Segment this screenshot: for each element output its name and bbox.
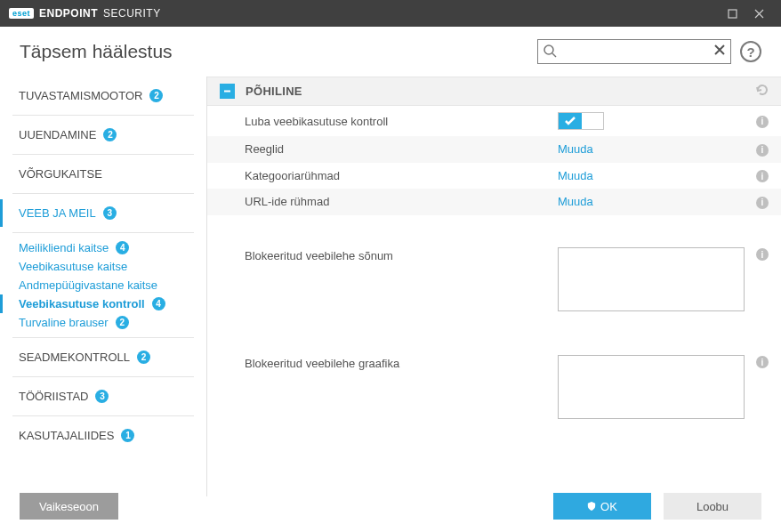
search-icon <box>543 44 557 60</box>
sidebar-label: Meilikliendi kaitse <box>19 241 109 254</box>
x-icon <box>713 44 726 56</box>
svg-rect-0 <box>729 10 737 18</box>
row-label: Kategooriarühmad <box>245 169 558 182</box>
sidebar-label: Veebikasutuse kontroll <box>19 297 145 310</box>
sidebar-item-detection-engine[interactable]: TUVASTAMISMOOTOR2 <box>0 82 206 109</box>
sidebar: TUVASTAMISMOOTOR2 UUENDAMINE2 VÕRGUKAITS… <box>0 77 206 496</box>
collapse-button[interactable] <box>220 84 235 99</box>
brand-name-strong: ENDPOINT <box>39 7 98 20</box>
row-category-groups: Kategooriarühmad Muuda i <box>207 163 781 189</box>
sidebar-label: Andmepüügivastane kaitse <box>19 278 157 292</box>
sidebar-label: VEEB JA MEIL <box>19 206 96 220</box>
sidebar-divider <box>12 337 194 338</box>
brand-badge: eset <box>9 8 34 19</box>
sidebar-label: Turvaline brauser <box>19 316 109 329</box>
ok-label: OK <box>600 500 617 513</box>
sidebar-label: SEADMEKONTROLL <box>19 351 130 364</box>
info-button[interactable]: i <box>756 248 769 261</box>
row-rules: Reeglid Muuda i <box>207 136 781 163</box>
sidebar-divider <box>12 115 194 116</box>
search-wrap <box>537 39 731 64</box>
sidebar-badge: 1 <box>121 429 134 442</box>
edit-rules-link[interactable]: Muuda <box>558 142 593 156</box>
section-title: PÕHILINE <box>246 85 302 98</box>
titlebar: eset ENDPOINT SECURITY <box>0 0 781 27</box>
sidebar-item-devicecontrol[interactable]: SEADMEKONTROLL2 <box>0 343 206 371</box>
brand-name-light: SECURITY <box>103 7 161 20</box>
svg-point-1 <box>544 45 553 54</box>
sidebar-item-network[interactable]: VÕRGUKAITSE <box>0 160 206 188</box>
row-label: Blokeeritud veebilehe sõnum <box>245 247 558 262</box>
sidebar-badge: 4 <box>152 297 165 310</box>
shield-icon <box>587 502 596 511</box>
section-gap <box>207 323 781 346</box>
row-enable-webcontrol: Luba veebikasutuse kontroll i <box>207 106 781 136</box>
info-button[interactable]: i <box>756 356 769 368</box>
brand: eset ENDPOINT SECURITY <box>9 7 161 20</box>
row-label: Blokeeritud veebilehe graafika <box>245 355 558 370</box>
sidebar-subitem-securebrowser[interactable]: Turvaline brauser2 <box>0 313 206 332</box>
sidebar-badge: 4 <box>116 241 129 254</box>
sidebar-item-update[interactable]: UUENDAMINE2 <box>0 121 206 149</box>
row-blocked-message: Blokeeritud veebilehe sõnum i <box>207 238 781 323</box>
info-button[interactable]: i <box>756 197 769 209</box>
minus-icon <box>222 86 232 96</box>
header: Täpsem häälestus ? <box>0 27 781 77</box>
info-button[interactable]: i <box>756 170 769 182</box>
sidebar-divider <box>12 376 194 377</box>
row-blocked-graphic: Blokeeritud veebilehe graafika i <box>207 346 781 431</box>
window-close-button[interactable] <box>745 0 772 27</box>
cancel-button[interactable]: Loobu <box>664 493 761 520</box>
sidebar-badge: 2 <box>116 316 129 329</box>
sidebar-item-tools[interactable]: TÖÖRIISTAD3 <box>0 383 206 410</box>
sidebar-subitem-antiphishing[interactable]: Andmepüügivastane kaitse <box>0 276 206 294</box>
blocked-message-textarea[interactable] <box>558 247 745 311</box>
sidebar-divider <box>12 415 194 416</box>
sidebar-badge: 3 <box>103 206 117 220</box>
row-label: Luba veebikasutuse kontroll <box>245 115 558 128</box>
info-button[interactable]: i <box>756 144 769 157</box>
sidebar-label: Veebikasutuse kaitse <box>19 260 127 273</box>
sidebar-subitem-mailclient[interactable]: Meilikliendi kaitse4 <box>0 238 206 257</box>
row-label: URL-ide rühmad <box>245 195 558 208</box>
close-icon <box>754 9 764 19</box>
blocked-graphic-textarea[interactable] <box>558 355 745 419</box>
section-gap <box>207 215 781 238</box>
section-header: PÕHILINE <box>207 77 781 106</box>
help-button[interactable]: ? <box>740 41 761 62</box>
svg-line-2 <box>552 53 556 57</box>
sidebar-divider <box>12 193 194 194</box>
sidebar-subitem-webcontrol[interactable]: Veebikasutuse kontroll4 <box>0 294 206 313</box>
sidebar-subitem-webaccess[interactable]: Veebikasutuse kaitse <box>0 257 206 276</box>
sidebar-label: UUENDAMINE <box>19 128 96 141</box>
sidebar-label: TÖÖRIISTAD <box>19 390 88 403</box>
page-title: Täpsem häälestus <box>20 41 173 62</box>
row-label: Reeglid <box>245 142 558 156</box>
clear-search-button[interactable] <box>713 44 726 59</box>
default-button[interactable]: Vaikeseoon <box>20 493 118 520</box>
ok-button[interactable]: OK <box>553 493 651 520</box>
sidebar-badge: 3 <box>95 390 109 403</box>
row-url-groups: URL-ide rühmad Muuda i <box>207 189 781 215</box>
toggle-knob <box>559 113 582 129</box>
sidebar-label: TUVASTAMISMOOTOR <box>19 89 142 102</box>
check-icon <box>565 117 576 125</box>
undo-icon <box>754 83 769 97</box>
edit-category-groups-link[interactable]: Muuda <box>558 169 593 182</box>
sidebar-item-ui[interactable]: KASUTAJALIIDES1 <box>0 422 206 449</box>
sidebar-label: KASUTAJALIIDES <box>19 429 114 442</box>
sidebar-label: VÕRGUKAITSE <box>19 167 102 181</box>
search-input[interactable] <box>537 39 731 64</box>
maximize-icon <box>728 9 737 19</box>
content-pane: PÕHILINE Luba veebikasutuse kontroll i R… <box>206 77 781 496</box>
window-maximize-button[interactable] <box>719 0 745 27</box>
undo-button[interactable] <box>754 83 769 100</box>
edit-url-groups-link[interactable]: Muuda <box>558 195 593 208</box>
sidebar-badge: 2 <box>137 351 150 364</box>
toggle-enable-webcontrol[interactable] <box>558 112 604 130</box>
sidebar-item-web-email[interactable]: VEEB JA MEIL3 <box>0 199 206 227</box>
sidebar-divider <box>12 154 194 155</box>
sidebar-divider <box>12 232 194 233</box>
sidebar-badge: 2 <box>103 128 117 141</box>
info-button[interactable]: i <box>756 116 769 128</box>
